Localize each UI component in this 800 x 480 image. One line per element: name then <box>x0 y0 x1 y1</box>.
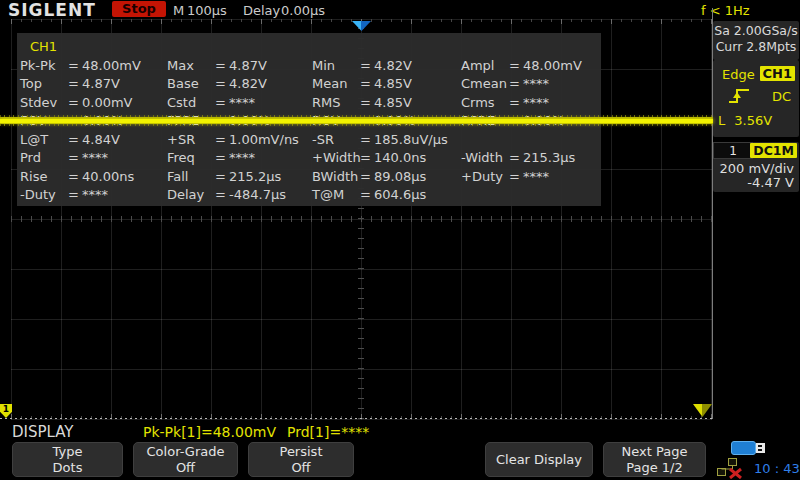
measurement-block-2: L@T=4.84V+SR=1.00mV/ns-SR=185.8uV/µsPrd=… <box>17 132 601 205</box>
measurement-t@m: T@M=604.6µs <box>312 187 426 202</box>
timebase-label: M <box>173 3 184 18</box>
channel-number-tab: 1 <box>713 142 753 159</box>
measurement-rms: RMS=4.85V <box>312 95 412 110</box>
softkey-value: Off <box>291 460 310 476</box>
measurement-pk-pk: Pk-Pk=48.00mV <box>20 58 141 73</box>
measurement-mean: Mean=4.85V <box>312 76 412 91</box>
delay-label: Delay <box>243 3 280 18</box>
measurement-rise: Rise=40.00ns <box>20 169 134 184</box>
measurement-+duty: +Duty=**** <box>461 169 549 184</box>
channel-offset: -4.47 V <box>747 175 794 190</box>
softkey-next-page[interactable]: Next Page Page 1/2 <box>603 442 706 477</box>
measurement-cstd: Cstd=**** <box>167 95 255 110</box>
trigger-level-value: 3.56V <box>734 113 772 128</box>
channel1-waveform-trace <box>0 115 713 126</box>
measurement-l@t: L@T=4.84V <box>20 132 120 147</box>
softkey-label: Color-Grade <box>147 444 225 460</box>
run-state-badge[interactable]: Stop <box>112 1 166 17</box>
measurement-cmean: Cmean=**** <box>461 76 549 91</box>
clock: 10 : 43 <box>754 461 800 476</box>
measurement-row: Top=4.87VBase=4.82VMean=4.85VCmean=**** <box>17 76 601 94</box>
measurement-freq: Freq=**** <box>167 150 255 165</box>
trigger-source-badge: CH1 <box>760 66 795 81</box>
grid-bottom-border <box>0 418 713 419</box>
measurement-min: Min=4.82V <box>312 58 412 73</box>
trigger-info-box[interactable]: Edge CH1 DC L3.56V <box>713 60 799 137</box>
measurement-crms: Crms=**** <box>461 95 549 110</box>
measurement-row: L@T=4.84V+SR=1.00mV/ns-SR=185.8uV/µs <box>17 132 601 150</box>
trigger-type: Edge <box>722 67 755 82</box>
frequency-counter: f < 1Hz <box>701 3 750 18</box>
softkey-clear-display[interactable]: Clear Display <box>485 442 593 477</box>
status-measurement-1: Pk-Pk[1]=48.00mV <box>143 424 276 440</box>
channel-coupling-badge: DC1M <box>750 143 797 158</box>
brand-logo: SIGLENT <box>8 0 96 20</box>
status-measurement-2: Prd[1]=**** <box>287 424 369 440</box>
measurement--width: -Width=215.3µs <box>461 150 575 165</box>
oscilloscope-screen: SIGLENT Stop M 100µs Delay 0.00µs f < 1H… <box>0 0 800 480</box>
trigger-level-label: L <box>718 113 725 128</box>
trigger-coupling: DC <box>772 89 791 104</box>
measurement-+width: +Width=140.0ns <box>312 150 426 165</box>
measurement-base: Base=4.82V <box>167 76 267 91</box>
softkey-color-grade[interactable]: Color-Grade Off <box>133 442 238 477</box>
measurement-channel-label: CH1 <box>30 39 57 54</box>
measurement-bwidth: BWidth=89.08µs <box>312 169 426 184</box>
trigger-level: L3.56V <box>718 113 772 128</box>
trace-core <box>0 119 713 123</box>
measurement--duty: -Duty=**** <box>20 187 108 202</box>
softkey-label: Type <box>53 444 83 460</box>
measurement-delay: Delay=-484.7µs <box>167 187 286 202</box>
softkey-persist[interactable]: Persist Off <box>248 442 354 477</box>
channel-scale: 200 mV/div <box>720 161 794 176</box>
measurement-row: Stdev=0.00mVCstd=****RMS=4.85VCrms=**** <box>17 95 601 113</box>
sample-rate: Sa 2.00GSa/s <box>713 23 799 39</box>
channel1-descriptor-box[interactable]: 1 DC1M 200 mV/div -4.47 V <box>713 142 799 192</box>
measurement-stdev: Stdev=0.00mV <box>20 95 133 110</box>
lan-disconnected-icon <box>716 457 744 479</box>
acquisition-info-box: Sa 2.00GSa/s Curr 2.8Mpts <box>713 21 799 60</box>
softkey-label: Next Page <box>622 444 688 460</box>
measurement--sr: -SR=185.8uV/µs <box>312 132 448 147</box>
measurement-prd: Prd=**** <box>20 150 108 165</box>
softkey-label: Clear Display <box>496 452 582 468</box>
memory-depth: Curr 2.8Mpts <box>713 39 799 55</box>
measurement-row: Pk-Pk=48.00mVMax=4.87VMin=4.82VAmpl=48.0… <box>17 58 601 76</box>
usb-device-icon <box>731 440 767 456</box>
timebase-value[interactable]: 100µs <box>187 3 227 18</box>
measurement-fall: Fall=215.2µs <box>167 169 281 184</box>
measurement-row: -Duty=****Delay=-484.7µsT@M=604.6µs <box>17 187 601 205</box>
measurement-top: Top=4.87V <box>20 76 120 91</box>
softkey-value: Dots <box>53 460 83 476</box>
rising-edge-icon <box>727 86 751 109</box>
measurement-row: Prd=****Freq=****+Width=140.0ns-Width=21… <box>17 150 601 168</box>
softkey-type[interactable]: Type Dots <box>12 442 123 477</box>
measurement-ampl: Ampl=48.00mV <box>461 58 582 73</box>
measurement-max: Max=4.87V <box>167 58 267 73</box>
measurement-+sr: +SR=1.00mV/ns <box>167 132 299 147</box>
softkey-value: Off <box>176 460 195 476</box>
delay-value[interactable]: 0.00µs <box>281 3 325 18</box>
softkey-label: Persist <box>280 444 323 460</box>
measurement-row: Rise=40.00nsFall=215.2µsBWidth=89.08µs+D… <box>17 169 601 187</box>
softkey-value: Page 1/2 <box>626 460 683 476</box>
menu-title: DISPLAY <box>12 423 74 441</box>
